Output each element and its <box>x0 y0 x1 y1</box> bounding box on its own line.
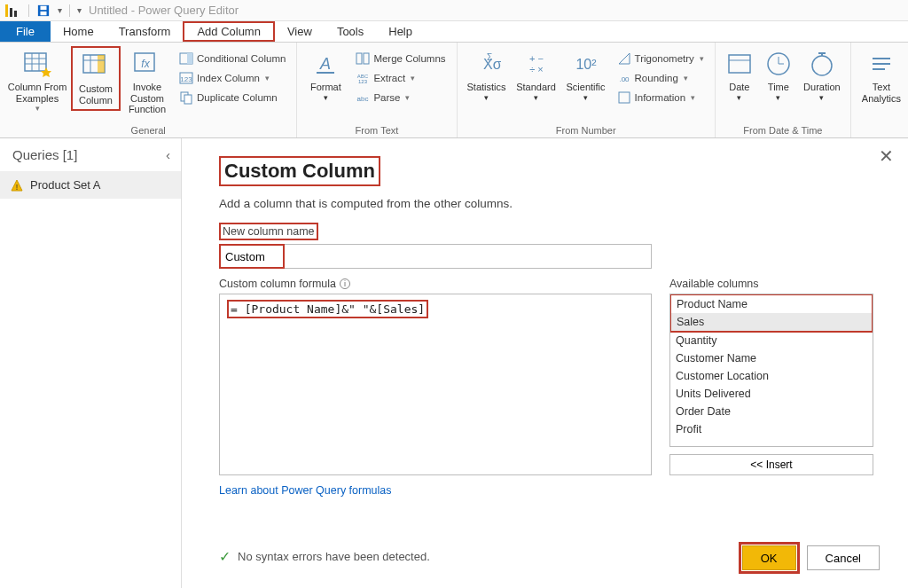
queries-pane: Queries [1] ‹ ! Product Set A <box>0 138 182 588</box>
svg-rect-0 <box>5 4 8 17</box>
svg-rect-13 <box>98 55 105 73</box>
available-columns-list[interactable]: Product Name Sales Quantity Customer Nam… <box>669 294 873 447</box>
queries-header: Queries [1] ‹ <box>0 138 181 171</box>
round-icon: .00 <box>617 71 631 85</box>
index-column-button[interactable]: 123Index Column▾ <box>174 69 291 87</box>
tab-help[interactable]: Help <box>376 21 425 42</box>
svg-rect-4 <box>41 5 47 9</box>
svg-text:÷ ×: ÷ × <box>529 64 544 74</box>
svg-rect-26 <box>356 53 362 64</box>
extract-button[interactable]: ABC123Extract▾ <box>350 69 450 87</box>
tab-transform[interactable]: Transform <box>106 21 184 42</box>
window-title: Untitled - Power Query Editor <box>89 4 239 17</box>
cancel-button[interactable]: Cancel <box>807 545 880 570</box>
tab-tools[interactable]: Tools <box>325 21 376 42</box>
custom-column-button[interactable]: Custom Column <box>71 46 121 111</box>
avail-col-item[interactable]: Customer Name <box>670 349 873 367</box>
scientific-button[interactable]: 10² Scientific▾ <box>562 46 610 106</box>
ribbon-group-from-text: A Format▾ Merge Columns ABC123Extract▾ a… <box>297 43 457 137</box>
ribbon-group-general: Column From Examples ▾ Custom Column fx … <box>0 43 297 137</box>
calendar-icon <box>725 50 754 78</box>
format-icon: A <box>311 50 340 78</box>
svg-rect-1 <box>10 8 12 17</box>
status-row: ✓ No syntax errors have been detected. <box>219 548 430 565</box>
svg-marker-11 <box>41 67 51 77</box>
svg-text:+ −: + − <box>529 53 544 64</box>
format-button[interactable]: A Format▾ <box>302 46 348 106</box>
column-from-examples-button[interactable]: Column From Examples ▾ <box>5 46 69 117</box>
warning-icon: ! <box>11 179 23 192</box>
text-analytics-button[interactable]: Text Analytics <box>857 46 906 107</box>
conditional-column-button[interactable]: Conditional Column <box>174 50 291 67</box>
duplicate-column-button[interactable]: Duplicate Column <box>174 89 291 106</box>
query-item-label: Product Set A <box>30 178 101 192</box>
invoke-custom-function-button[interactable]: fx Invoke Custom Function <box>122 46 172 119</box>
col-from-examples-label: Column From Examples <box>7 82 67 104</box>
standard-button[interactable]: + −÷ × Standard▾ <box>513 46 560 106</box>
merge-columns-button[interactable]: Merge Columns <box>350 50 450 67</box>
svg-text:10²: 10² <box>575 57 597 72</box>
learn-link[interactable]: Learn about Power Query formulas <box>219 484 652 497</box>
svg-text:.00: .00 <box>619 75 630 83</box>
formula-input[interactable]: = [Product Name]&" "&[Sales] <box>219 294 652 475</box>
avail-col-item[interactable]: Sales <box>671 313 872 331</box>
information-button[interactable]: Information▾ <box>612 89 709 106</box>
duration-button[interactable]: Duration▾ <box>799 46 845 106</box>
rounding-button[interactable]: .00Rounding▾ <box>612 69 709 87</box>
date-button[interactable]: Date▾ <box>721 46 758 106</box>
ok-button[interactable]: OK <box>742 545 796 570</box>
parse-button[interactable]: abcParse▾ <box>350 89 450 106</box>
formula-text: = [Product Name]&" "&[Sales] <box>227 300 428 318</box>
svg-text:A: A <box>319 55 331 73</box>
new-column-name-input[interactable] <box>219 244 652 269</box>
save-icon[interactable] <box>36 4 51 18</box>
available-columns-label: Available columns <box>669 278 873 290</box>
avail-col-item[interactable]: Product Name <box>671 295 872 313</box>
group-label-general: General <box>5 123 291 136</box>
custom-column-dialog: ✕ Custom Column Add a column that is com… <box>191 138 908 588</box>
avail-col-item[interactable]: Order Date <box>670 403 873 420</box>
table-star-icon <box>23 50 51 78</box>
statistics-button[interactable]: XσΣ Statistics▾ <box>463 46 511 106</box>
custom-column-label: Custom Column <box>74 83 117 106</box>
sigma-icon: XσΣ <box>473 50 501 78</box>
avail-col-item[interactable]: Units Delivered <box>670 385 873 403</box>
new-column-name-label: New column name <box>219 223 318 240</box>
ribbon: Column From Examples ▾ Custom Column fx … <box>0 43 908 138</box>
svg-text:123: 123 <box>180 75 192 83</box>
status-text: No syntax errors have been detected. <box>238 550 430 563</box>
app-icon <box>4 4 18 18</box>
tab-add-column[interactable]: Add Column <box>183 21 275 42</box>
ribbon-group-from-number: XσΣ Statistics▾ + −÷ × Standard▾ 10² Sci… <box>458 43 716 137</box>
titlebar: ▾ ▾ Untitled - Power Query Editor <box>0 0 908 21</box>
content-area: Queries [1] ‹ ! Product Set A ✕ Custom C… <box>0 138 908 588</box>
ribbon-group-from-datetime: Date▾ Time▾ Duration▾ From Date & Time <box>716 43 851 137</box>
tab-view[interactable]: View <box>275 21 325 42</box>
stopwatch-icon <box>808 50 836 78</box>
avail-col-item[interactable]: Quantity <box>670 332 873 349</box>
group-label-from-text: From Text <box>302 123 450 136</box>
svg-rect-23 <box>184 95 192 104</box>
time-button[interactable]: Time▾ <box>760 46 797 106</box>
trig-icon <box>617 51 631 66</box>
query-item[interactable]: ! Product Set A <box>0 171 181 199</box>
trigonometry-button[interactable]: Trigonometry▾ <box>612 50 709 67</box>
fx-icon: fx <box>133 50 161 78</box>
insert-button[interactable]: << Insert <box>669 454 873 475</box>
parse-icon: abc <box>356 90 370 105</box>
info-icon[interactable]: i <box>340 278 350 289</box>
qat-dropdown-icon[interactable]: ▾ <box>58 5 62 15</box>
collapse-queries-icon[interactable]: ‹ <box>166 147 170 162</box>
close-button[interactable]: ✕ <box>879 145 894 167</box>
svg-marker-36 <box>619 53 630 64</box>
ribbon-group-analytics: Text Analytics <box>851 43 908 137</box>
svg-rect-38 <box>619 92 630 103</box>
table-plus-icon <box>82 51 110 80</box>
tab-home[interactable]: Home <box>51 21 106 42</box>
avail-col-item[interactable]: Profit <box>670 420 873 438</box>
standard-icon: + −÷ × <box>522 50 551 78</box>
qat-customize-icon[interactable]: ▾ <box>77 5 82 15</box>
tab-file[interactable]: File <box>0 21 51 42</box>
duplicate-icon <box>179 90 193 105</box>
avail-col-item[interactable]: Customer Location <box>670 367 873 385</box>
